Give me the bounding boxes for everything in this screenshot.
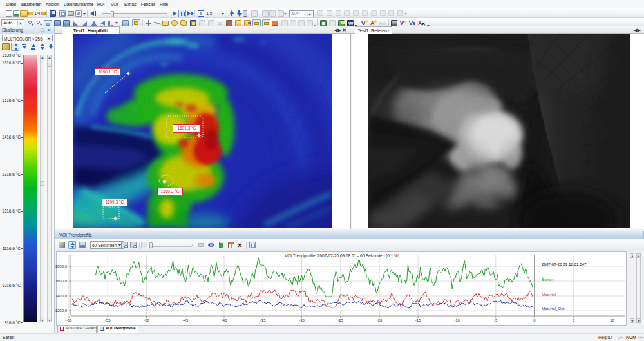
svg-text:Material_Out: Material_Out bbox=[542, 306, 565, 311]
svg-text:2007-07-20 09:18:01.047: 2007-07-20 09:18:01.047 bbox=[542, 262, 587, 266]
svg-text:VOI Trendprofile: 2007-07-20 0: VOI Trendprofile: 2007-07-20 09:18:01 - … bbox=[285, 253, 399, 258]
svg-text:Burner: Burner bbox=[542, 277, 554, 282]
svg-text:Material: Material bbox=[542, 292, 556, 297]
